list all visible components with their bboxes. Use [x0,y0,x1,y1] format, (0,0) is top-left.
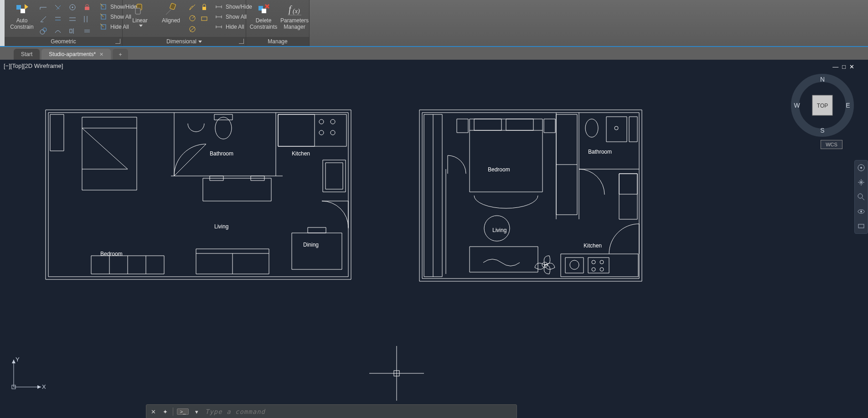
angular-constraint-icon[interactable] [187,3,197,12]
panel-manage: Delete Constraints f(x) Parameters Manag… [246,0,310,46]
equal-constraint-icon[interactable] [82,26,92,36]
auto-constrain-label: Auto Constrain [10,17,33,30]
diameter-constraint-icon[interactable] [187,25,197,34]
smooth-constraint-icon[interactable] [53,26,63,36]
new-tab-button[interactable]: ＋ [113,49,128,60]
svg-point-123 [570,260,579,269]
plus-icon: ＋ [118,51,123,58]
svg-point-145 [858,194,863,198]
fix-constraint-icon[interactable] [82,3,92,12]
svg-rect-40 [202,17,207,21]
auto-constrain-button[interactable]: Auto Constrain [7,2,36,31]
tangent-constraint-icon[interactable] [67,3,78,12]
svg-rect-118 [606,117,627,142]
panel-launcher-icon[interactable] [115,39,120,44]
svg-point-73 [331,119,335,124]
svg-rect-39 [202,7,206,10]
svg-marker-2 [25,4,28,10]
orbit-icon[interactable] [857,207,866,216]
svg-rect-21 [70,29,72,33]
svg-line-36 [192,16,195,18]
separator [173,408,173,416]
svg-text:Y: Y [16,356,20,363]
svg-line-11 [41,16,46,22]
maximize-viewport-icon[interactable]: □ [842,63,846,70]
parameters-manager-button[interactable]: f(x) Parameters Manager [280,2,309,31]
wcs-indicator[interactable]: WCS [821,140,842,149]
linear-label: Linear [132,17,147,24]
concentric-constraint-icon[interactable] [38,26,48,36]
svg-marker-153 [12,360,16,363]
show-motion-icon[interactable] [857,222,866,231]
symmetric-constraint-icon[interactable] [67,26,78,36]
svg-rect-66 [50,114,64,151]
svg-rect-71 [278,114,315,146]
svg-point-144 [860,167,862,169]
svg-rect-51 [262,9,266,13]
svg-text:Kitchen: Kitchen [292,150,310,157]
svg-point-125 [592,260,595,264]
horizontal-constraint-icon[interactable] [38,3,48,12]
close-viewport-icon[interactable]: ✕ [849,63,854,70]
svg-rect-124 [588,258,609,273]
svg-rect-86 [292,233,342,269]
minimize-viewport-icon[interactable]: — [832,63,838,70]
panel-geometric-title[interactable]: Geometric [5,37,122,46]
command-line: ✕ ✦ >_ ▾ [146,404,517,418]
svg-point-148 [860,211,862,212]
viewport-label[interactable]: [−][Top][2D Wireframe] [4,62,63,69]
dim-convert-icon[interactable] [199,14,209,23]
ribbon-spacer [310,0,868,46]
coincident-constraint-icon[interactable] [82,15,92,24]
svg-text:Bedroom: Bedroom [488,166,510,173]
svg-rect-10 [85,7,89,10]
svg-rect-32 [135,8,140,14]
command-input[interactable] [204,408,514,416]
command-recent-icon[interactable]: ▾ [192,408,201,415]
svg-line-6 [57,5,61,10]
svg-text:E: E [846,102,850,109]
dim-lock-icon[interactable] [199,3,209,12]
svg-rect-149 [858,224,864,228]
svg-line-28 [100,14,103,17]
floor-plan-1: Bedroom Bathroom Kitchen Living Dining [46,110,351,279]
svg-rect-0 [16,5,21,10]
parallel-constraint-icon[interactable] [53,15,63,24]
tab-start[interactable]: Start [14,49,40,60]
close-tab-icon[interactable]: ✕ [99,52,103,57]
aligned-button[interactable]: Aligned [156,2,186,25]
delete-constraints-button[interactable]: Delete Constraints [249,2,278,31]
svg-rect-34 [170,3,176,10]
svg-rect-129 [619,174,637,219]
panel-dimensional-title[interactable]: Dimensional [123,37,246,46]
radial-constraint-icon[interactable] [187,14,197,23]
command-close-icon[interactable]: ✕ [149,408,157,415]
linear-button[interactable]: Linear [125,2,155,28]
svg-text:(x): (x) [293,8,300,15]
view-cube[interactable]: N E S W TOP [790,73,854,137]
panel-manage-title: Manage [246,37,309,46]
svg-text:Bathroom: Bathroom [588,149,612,155]
collinear-constraint-icon[interactable] [67,15,78,24]
panel-dimensional: Linear Aligned Show/Hide Show All Hide A… [123,0,246,46]
svg-marker-152 [37,385,41,389]
parameters-manager-icon: f(x) [288,3,301,16]
pan-icon[interactable] [857,178,866,187]
dropdown-arrow-icon [139,25,143,27]
zoom-extents-icon[interactable] [857,192,866,201]
svg-point-119 [615,126,618,130]
svg-rect-1 [21,9,25,13]
svg-point-126 [600,260,604,264]
svg-rect-76 [323,160,346,192]
vertical-constraint-icon[interactable] [38,15,48,24]
tab-studio-apartments[interactable]: Studio-apartments*✕ [41,49,111,60]
svg-rect-122 [565,258,584,273]
panel-launcher-icon[interactable] [239,39,244,44]
perpendicular-constraint-icon[interactable] [53,3,63,12]
drawing-canvas[interactable]: [−][Top][2D Wireframe] — □ ✕ [0,60,868,418]
svg-rect-97 [419,110,642,281]
svg-rect-77 [326,163,343,189]
command-customize-icon[interactable]: ✦ [161,408,169,415]
svg-text:Bedroom: Bedroom [100,251,123,257]
steering-wheel-icon[interactable] [857,163,866,172]
